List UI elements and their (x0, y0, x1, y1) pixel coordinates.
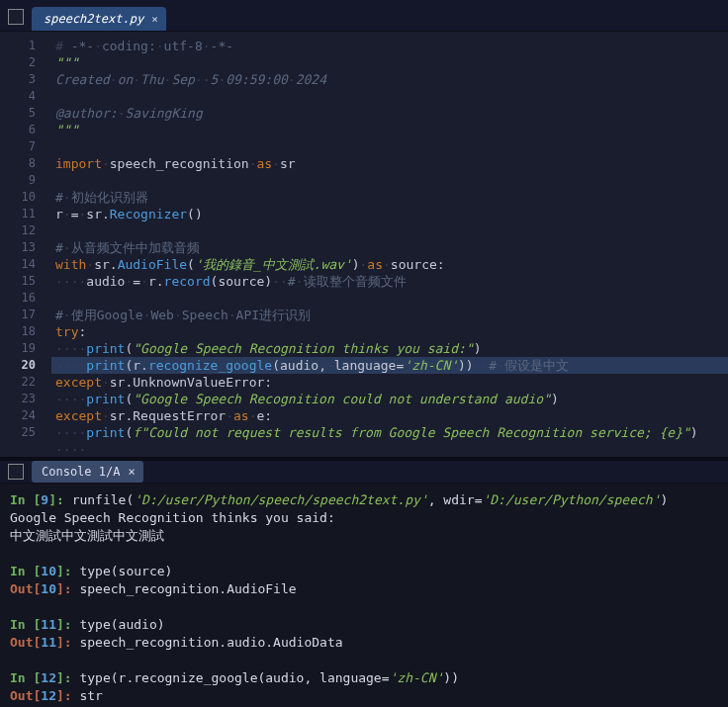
console-line: In [12]: type(r.recognize_google(audio, … (10, 669, 718, 687)
console-tab-bar: Console 1/A × (0, 461, 728, 484)
line-number: 3 (12, 71, 36, 88)
line-number: 6 (12, 122, 36, 138)
code-line[interactable]: @author:·SavingKing (51, 105, 728, 122)
code-line[interactable]: #·初始化识别器 (51, 189, 728, 206)
code-line[interactable]: Created·on·Thu·Sep··5·09:59:00·2024 (51, 71, 728, 88)
console-line: Out[12]: str (10, 687, 718, 705)
code-line[interactable]: """ (51, 54, 728, 71)
code-lines[interactable]: # -*-·coding:·utf-8·-*-"""Created·on·Thu… (44, 32, 728, 457)
line-number: 13 (12, 239, 36, 256)
line-number: 4 (12, 88, 36, 105)
code-line[interactable]: except·sr.UnknownValueError: (51, 374, 728, 391)
console-line: Out[11]: speech_recognition.audio.AudioD… (10, 634, 718, 652)
panel-icon[interactable] (8, 464, 24, 480)
code-line[interactable]: with·sr.AudioFile('我的錄音_中文測試.wav')·as·so… (51, 256, 728, 273)
code-line[interactable]: ····audio·=·r.record(source)··#·读取整个音频文件 (51, 273, 728, 290)
console-panel: Console 1/A × In [9]: runfile('D:/user/P… (0, 461, 728, 707)
editor-tab[interactable]: speech2text.py × (32, 7, 166, 31)
line-number: 17 (12, 307, 36, 323)
console-output[interactable]: In [9]: runfile('D:/user/Python/speech/s… (0, 484, 728, 707)
line-number: 11 (12, 206, 36, 222)
line-number: 2 (12, 54, 36, 71)
console-line: Out[10]: speech_recognition.AudioFile (10, 580, 718, 598)
code-line[interactable]: except·sr.RequestError·as·e: (51, 407, 728, 424)
line-number: 22 (12, 374, 36, 391)
console-line: In [11]: type(audio) (10, 616, 718, 634)
line-number: 10 (12, 189, 36, 206)
code-line[interactable]: """ (51, 122, 728, 138)
line-number: 18 (12, 323, 36, 340)
line-number: 14 (12, 256, 36, 273)
code-line[interactable]: ···· (51, 441, 728, 457)
line-number: 1 (12, 38, 36, 54)
line-number: 9 (12, 172, 36, 189)
code-line[interactable] (51, 290, 728, 307)
line-number: 19 (12, 340, 36, 357)
code-line[interactable] (51, 88, 728, 105)
code-area[interactable]: 123456789101112131415161718192022232425 … (0, 32, 728, 457)
console-tab[interactable]: Console 1/A × (32, 461, 143, 483)
code-line[interactable] (51, 222, 728, 239)
line-number (12, 441, 36, 457)
line-number: 15 (12, 273, 36, 290)
line-number: 16 (12, 290, 36, 307)
code-line[interactable]: try: (51, 323, 728, 340)
code-line[interactable]: r·=·sr.Recognizer() (51, 206, 728, 222)
line-number: 25 (12, 424, 36, 441)
code-line[interactable] (51, 138, 728, 155)
code-line[interactable]: ····print(r.recognize_google(audio,·lang… (51, 357, 728, 374)
line-number: 20 (12, 357, 36, 374)
console-line (10, 652, 718, 669)
close-icon[interactable]: × (151, 13, 158, 26)
code-line[interactable]: # -*-·coding:·utf-8·-*- (51, 38, 728, 54)
console-tab-label: Console 1/A (42, 465, 120, 479)
console-line (10, 545, 718, 563)
code-line[interactable]: ····print("Google Speech Recognition cou… (51, 391, 728, 407)
line-number: 5 (12, 105, 36, 122)
console-line: In [10]: type(source) (10, 563, 718, 580)
console-line: Google Speech Recognition thinks you sai… (10, 509, 718, 527)
line-number: 8 (12, 155, 36, 172)
code-line[interactable]: #·从音频文件中加载音频 (51, 239, 728, 256)
panel-icon[interactable] (8, 9, 24, 25)
editor-tab-bar: speech2text.py × (0, 0, 728, 32)
console-line: In [9]: runfile('D:/user/Python/speech/s… (10, 491, 718, 509)
line-gutter: 123456789101112131415161718192022232425 (0, 32, 44, 457)
line-number: 12 (12, 222, 36, 239)
editor-panel: speech2text.py × 12345678910111213141516… (0, 0, 728, 457)
code-line[interactable]: ····print(f"Could not request results fr… (51, 424, 728, 441)
console-line (10, 598, 718, 616)
console-line: 中文測試中文測試中文測試 (10, 527, 718, 545)
close-icon[interactable]: × (128, 465, 135, 479)
code-line[interactable]: ····print("Google Speech Recognition thi… (51, 340, 728, 357)
code-line[interactable]: #·使用Google·Web·Speech·API进行识别 (51, 307, 728, 323)
line-number: 7 (12, 138, 36, 155)
code-line[interactable] (51, 172, 728, 189)
line-number: 24 (12, 407, 36, 424)
code-line[interactable]: import·speech_recognition·as·sr (51, 155, 728, 172)
line-number: 23 (12, 391, 36, 407)
editor-tab-label: speech2text.py (44, 12, 143, 26)
